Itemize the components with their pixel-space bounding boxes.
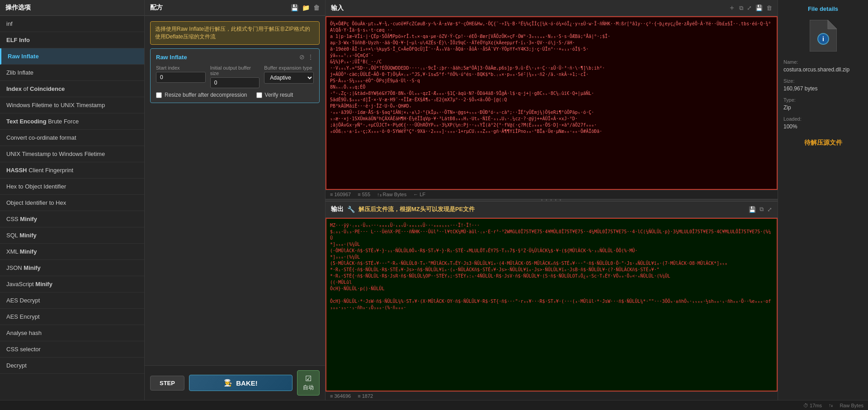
buffer-size-group: Initial output buffer size <box>210 65 260 88</box>
sidebar-item-label: UNIX Timestamp to Windows Filetime <box>6 151 105 157</box>
file-details-panel: File details i Name: costura.orcus.share… <box>778 0 868 400</box>
sidebar-item-label: Index of Coincidence <box>6 85 65 92</box>
resize-checkbox-label[interactable]: Resize buffer after decompression <box>156 92 247 98</box>
center-footer: STEP 👨‍🍳 BAKE! ☑ 自动 <box>145 365 325 400</box>
sidebar-item-label: JavaScript Minify <box>6 281 52 287</box>
svg-text:i: i <box>822 35 824 42</box>
copy-input-icon[interactable]: ⧉ <box>739 5 743 12</box>
sidebar-item-xml-minify[interactable]: XML Minify <box>0 244 144 260</box>
sidebar-item-hassh[interactable]: HASSH Client Fingerprint <box>0 162 144 179</box>
output-content: MZ···ÿÿ·₍₀₁·Ü₃₅···₀₀₀₁Ü·₁₃₅Ü·₀₀₁₃₅Ü···₀₀… <box>326 218 778 392</box>
size-value: 160,967 bytes <box>783 85 863 92</box>
sidebar-item-label: Raw Inflate <box>8 53 39 60</box>
sidebar-item-label: Analyse hash <box>6 330 42 336</box>
sidebar-item-json-minify[interactable]: JSON Minify <box>0 260 144 276</box>
sidebar-item-hex-to-oid[interactable]: Hex to Object Identifier <box>0 179 144 195</box>
output-header-right: 💾 ⧉ ⤢ <box>749 206 772 213</box>
svg-marker-1 <box>828 20 837 29</box>
bake-button[interactable]: 👨‍🍳 BAKE! <box>189 375 292 391</box>
sidebar-item-label: inf <box>6 20 13 27</box>
recipe-item-drag[interactable]: ⋮ <box>307 53 314 61</box>
sidebar-item-text-encoding[interactable]: Text Encoding Brute Force <box>0 113 144 130</box>
resize-label: Resize buffer after decompression <box>165 92 247 98</box>
sidebar-item-elf-info[interactable]: ELF Info <box>0 32 144 48</box>
io-container: 输入 ＋ ⧉ ⤢ 💾 🗑 Ö¼×ÖÆPç ÖõuÃk·µt₅ₘ¥·¾,·cu©ô… <box>326 0 778 400</box>
step-button[interactable]: STEP <box>150 376 184 391</box>
sidebar-item-decrypt[interactable]: Decrypt <box>0 358 144 374</box>
file-details-title: File details <box>783 5 863 12</box>
sidebar-item-raw-inflate[interactable]: Raw Inflate <box>0 48 144 65</box>
sidebar-item-label: XML Minify <box>6 248 37 255</box>
sidebar-item-label: Decrypt <box>6 362 27 369</box>
input-format: ↑₂ Raw Bytes <box>377 192 406 198</box>
auto-label: 自动 <box>303 384 314 391</box>
verify-checkbox-label[interactable]: Verify result <box>256 92 293 98</box>
auto-button[interactable]: ☑ 自动 <box>297 370 320 396</box>
start-index-input[interactable] <box>156 72 206 83</box>
recipe-header-icons: 💾 📁 🗑 <box>291 4 320 11</box>
file-detail-type: Type: Zip <box>783 97 863 111</box>
output-section: 输出 🔧 解压后文件流，根据MZ头可以发现是PE文件 💾 ⧉ ⤢ MZ···ÿÿ… <box>326 202 778 401</box>
status-format-icon: ↑₂ <box>829 402 833 408</box>
buffer-size-input[interactable] <box>210 77 260 88</box>
sidebar-item-aes-encrypt[interactable]: AES Encrypt <box>0 309 144 325</box>
start-index-group: Start index <box>156 65 206 83</box>
auto-checkbox[interactable]: ☑ <box>305 374 311 383</box>
recipe-content: 选择使用Raw Inflate进行解压，此模式专门用于解压非ZIP格式的使用De… <box>145 16 325 365</box>
right-panel: 输入 ＋ ⧉ ⤢ 💾 🗑 Ö¼×ÖÆPç ÖõuÃk·µt₅ₘ¥·¾,·cu©ô… <box>326 0 778 400</box>
size-label: Size: <box>783 78 863 84</box>
save-icon[interactable]: 💾 <box>291 4 298 11</box>
type-label: Type: <box>783 97 863 103</box>
sidebar-item-inf[interactable]: inf <box>0 16 144 32</box>
recipe-title: 配方 <box>150 4 163 12</box>
copy-output-icon[interactable]: ⧉ <box>760 206 764 213</box>
disable-icon[interactable]: ⊘ <box>299 53 305 61</box>
sidebar-item-unix-timestamp[interactable]: UNIX Timestamp to Windows Filetime <box>0 146 144 162</box>
status-right: ⏱ 17ms ↑₂ Raw Bytes <box>803 402 863 408</box>
trash-input-icon[interactable]: 🗑 <box>766 5 772 11</box>
resize-checkbox[interactable] <box>156 92 162 98</box>
loaded-value: 100% <box>783 123 863 130</box>
bake-label: BAKE! <box>236 379 258 387</box>
pending-label: 待解压源文件 <box>783 139 863 147</box>
save-output-icon[interactable]: 💾 <box>749 206 756 213</box>
recipe-item-controls: ⊘ ⋮ <box>299 53 314 61</box>
name-label: Name: <box>783 59 863 65</box>
sidebar-item-css-minify[interactable]: CSS Minify <box>0 211 144 227</box>
maximize-input-icon[interactable]: ⤢ <box>747 5 752 11</box>
file-detail-loaded: Loaded: 100% <box>783 116 863 130</box>
sidebar-item-convert-coordinate[interactable]: Convert co-ordinate format <box>0 130 144 146</box>
sidebar-item-label: JSON Minify <box>6 264 41 271</box>
sidebar-item-sql-minify[interactable]: SQL Minify <box>0 227 144 244</box>
maximize-output-icon[interactable]: ⤢ <box>767 206 772 213</box>
name-value: costura.orcus.shared.dll.zip <box>783 66 863 73</box>
sidebar-item-analyse-hash[interactable]: Analyse hash <box>0 325 144 341</box>
tooltip-text: 选择使用Raw Inflate进行解压，此模式专门用于解压非ZIP格式的使用De… <box>155 26 310 40</box>
add-input-icon[interactable]: ＋ <box>728 3 736 13</box>
sidebar-item-windows-filetime[interactable]: Windows Filetime to UNIX Timestamp <box>0 97 144 113</box>
input-textarea[interactable]: Ö¼×ÖÆPç ÖõuÃk·µt₅ₘ¥·¾,·cu©ô¥FcZCøuB·y·%·… <box>326 17 777 189</box>
sidebar-item-css-selector[interactable]: CSS selector <box>0 341 144 358</box>
buffer-expansion-select[interactable]: Adaptive Fixed <box>264 72 314 84</box>
recipe-item-raw-inflate: Raw Inflate ⊘ ⋮ Start index Initial outp… <box>150 48 320 103</box>
sidebar-item-label: CSS Minify <box>6 216 37 222</box>
output-textarea[interactable]: MZ···ÿÿ·₍₀₁·Ü₃₅···₀₀₀₁Ü·₁₃₅Ü·₀₀₁₃₅Ü···₀₀… <box>326 219 777 391</box>
sidebar-item-zlib-inflate[interactable]: Zlib Inflate <box>0 65 144 81</box>
start-index-label: Start index <box>156 65 206 71</box>
trash-icon[interactable]: 🗑 <box>313 4 320 11</box>
buffer-expansion-label: Buffer expansion type <box>264 65 314 71</box>
sidebar-item-label: Hex to Object Identifier <box>6 183 66 190</box>
input-header-right: ＋ ⧉ ⤢ 💾 🗑 <box>728 3 772 13</box>
sidebar-item-label: CSS selector <box>6 346 41 353</box>
output-header-left: 输出 🔧 解压后文件流，根据MZ头可以发现是PE文件 <box>331 205 475 213</box>
input-title: 输入 <box>331 4 344 12</box>
sidebar-item-oid-to-hex[interactable]: Object Identifier to Hex <box>0 195 144 211</box>
save-input-icon[interactable]: 💾 <box>755 5 763 11</box>
verify-checkbox[interactable] <box>256 92 262 98</box>
sidebar-item-index-of-coincidence[interactable]: Index of Coincidence <box>0 81 144 97</box>
sidebar-item-label: Text Encoding Brute Force <box>6 118 79 125</box>
status-format: Raw Bytes <box>840 403 863 408</box>
sidebar-item-js-minify[interactable]: JavaScript Minify <box>0 276 144 292</box>
folder-icon[interactable]: 📁 <box>302 4 310 11</box>
sidebar-item-aes-decrypt[interactable]: AES Decrypt <box>0 292 144 309</box>
